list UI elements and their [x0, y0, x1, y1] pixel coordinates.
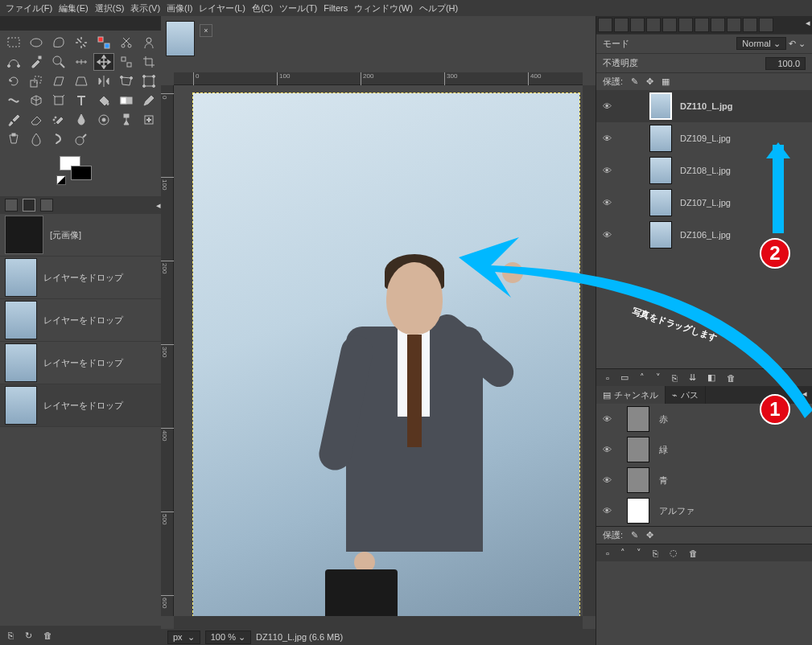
layer-row[interactable]: 👁DZ106_L.jpg — [596, 219, 812, 251]
image-tab-thumb[interactable] — [166, 21, 195, 56]
visibility-icon[interactable]: 👁 — [603, 414, 617, 424]
tool-measure[interactable] — [71, 53, 92, 71]
tool-unified-transform[interactable] — [138, 72, 159, 90]
tool-zoom[interactable] — [48, 53, 69, 71]
menu-filters[interactable]: Filters — [321, 2, 350, 14]
visibility-icon[interactable]: 👁 — [603, 445, 617, 454]
delete-icon[interactable]: 🗑 — [43, 631, 52, 640]
tool-flip[interactable] — [93, 72, 114, 90]
tab-icon[interactable] — [630, 18, 645, 32]
zoom-select[interactable]: 100 % ⌄ — [205, 631, 251, 644]
layer-name[interactable]: DZ107_L.jpg — [680, 198, 731, 207]
scrollbar-horizontal[interactable] — [174, 616, 583, 629]
config-icon[interactable]: ⎘ — [8, 631, 14, 640]
tool-paths[interactable] — [3, 53, 24, 71]
tab-icon[interactable] — [614, 18, 629, 32]
tool-clone[interactable] — [116, 111, 137, 129]
menu-edit[interactable]: 編集(E) — [56, 1, 91, 16]
tool-move[interactable] — [93, 53, 114, 71]
tool-text[interactable] — [71, 92, 92, 109]
delete-layer-icon[interactable]: 🗑 — [727, 373, 736, 383]
dock-tab-history[interactable] — [23, 199, 35, 212]
default-colors-icon[interactable] — [56, 175, 66, 185]
undo-row[interactable]: レイヤーをドロップ — [0, 384, 161, 427]
tool-handle-transform[interactable] — [48, 92, 69, 109]
tool-cage[interactable] — [116, 72, 137, 90]
menu-windows[interactable]: ウィンドウ(W) — [352, 1, 415, 16]
tab-icon[interactable] — [695, 18, 709, 32]
delete-channel-icon[interactable]: 🗑 — [689, 548, 698, 558]
tool-eraser[interactable] — [26, 111, 47, 129]
chevron-down-icon[interactable]: ⌄ — [798, 39, 806, 48]
channel-row[interactable]: 👁青 — [596, 465, 812, 495]
layer-row[interactable]: 👁DZ109_L.jpg — [596, 122, 812, 154]
to-selection-icon[interactable]: ◌ — [670, 548, 678, 558]
lower-layer-icon[interactable]: ˅ — [656, 372, 661, 383]
tab-icon[interactable] — [678, 18, 693, 32]
duplicate-channel-icon[interactable]: ⎘ — [653, 548, 658, 558]
scrollbar-vertical[interactable] — [583, 85, 596, 616]
lock-position-icon[interactable]: ✥ — [646, 76, 653, 87]
tool-heal[interactable] — [138, 111, 159, 129]
tool-fuzzy-select[interactable] — [71, 34, 92, 51]
tool-smudge[interactable] — [48, 130, 69, 148]
channel-row[interactable]: 👁赤 — [596, 404, 812, 434]
tool-warp[interactable] — [3, 92, 24, 109]
new-group-icon[interactable]: ▭ — [620, 372, 629, 383]
color-swatches[interactable] — [56, 156, 161, 196]
undo-row[interactable]: レイヤーをドロップ — [0, 257, 161, 299]
lock-position-icon[interactable]: ✥ — [646, 530, 653, 540]
unit-select[interactable]: px ⌄ — [167, 631, 200, 644]
menu-colors[interactable]: 色(C) — [249, 1, 275, 16]
channel-row[interactable]: 👁緑 — [596, 434, 812, 465]
reset-icon[interactable]: ↶ — [789, 39, 796, 48]
visibility-icon[interactable]: 👁 — [603, 506, 617, 516]
mask-icon[interactable]: ◧ — [707, 372, 715, 383]
duplicate-layer-icon[interactable]: ⎘ — [672, 373, 678, 383]
merge-down-icon[interactable]: ⇊ — [689, 372, 696, 383]
tool-dodge[interactable] — [71, 130, 92, 148]
tool-gradient[interactable] — [116, 92, 137, 109]
undo-row[interactable]: レイヤーをドロップ — [0, 299, 161, 342]
tool-perspective[interactable] — [71, 72, 92, 90]
tab-channels[interactable]: ▤チャンネル — [596, 386, 666, 404]
dock-menu-icon[interactable]: ◂ — [806, 18, 810, 32]
mode-select[interactable]: Normal ⌄ — [736, 37, 786, 50]
tab-icon[interactable] — [711, 18, 725, 32]
tool-blur[interactable] — [26, 130, 47, 148]
menu-layer[interactable]: レイヤー(L) — [196, 1, 247, 16]
layer-row[interactable]: 👁DZ107_L.jpg — [596, 187, 812, 219]
tool-rotate[interactable] — [3, 72, 24, 90]
lock-pixels-icon[interactable]: ✎ — [631, 76, 638, 87]
visibility-icon[interactable]: 👁 — [603, 230, 617, 240]
tab-icon[interactable] — [727, 18, 741, 32]
tab-icon[interactable] — [662, 18, 677, 32]
tool-color-picker[interactable] — [26, 53, 47, 71]
tool-paintbrush[interactable] — [3, 111, 24, 129]
tab-paths[interactable]: ⌁パス — [666, 386, 706, 404]
tab-icon[interactable] — [743, 18, 757, 32]
tool-shear[interactable] — [48, 72, 69, 90]
tool-pencil[interactable] — [138, 92, 159, 109]
layer-row[interactable]: 👁DZ110_L.jpg — [596, 90, 812, 122]
visibility-icon[interactable]: 👁 — [603, 475, 617, 485]
tool-rect-select[interactable] — [3, 34, 24, 51]
tab-icon[interactable] — [598, 18, 612, 32]
menu-file[interactable]: ファイル(F) — [3, 1, 55, 16]
visibility-icon[interactable]: 👁 — [603, 101, 617, 111]
layer-name[interactable]: DZ108_L.jpg — [680, 166, 731, 175]
opacity-input[interactable]: 100.0 — [765, 57, 806, 70]
tool-foreground-select[interactable] — [138, 34, 159, 51]
visibility-icon[interactable]: 👁 — [603, 166, 617, 175]
visibility-icon[interactable]: 👁 — [603, 198, 617, 207]
tool-align[interactable] — [116, 53, 137, 71]
menu-select[interactable]: 選択(S) — [93, 1, 127, 16]
canvas[interactable] — [174, 85, 583, 616]
new-channel-icon[interactable]: ▫ — [606, 548, 609, 558]
background-color[interactable] — [71, 166, 92, 180]
new-layer-icon[interactable]: ▫ — [606, 373, 609, 383]
undo-row[interactable]: [元画像] — [0, 214, 161, 257]
visibility-icon[interactable]: 👁 — [603, 134, 617, 143]
raise-layer-icon[interactable]: ˄ — [640, 372, 645, 383]
undo-row[interactable]: レイヤーをドロップ — [0, 342, 161, 384]
